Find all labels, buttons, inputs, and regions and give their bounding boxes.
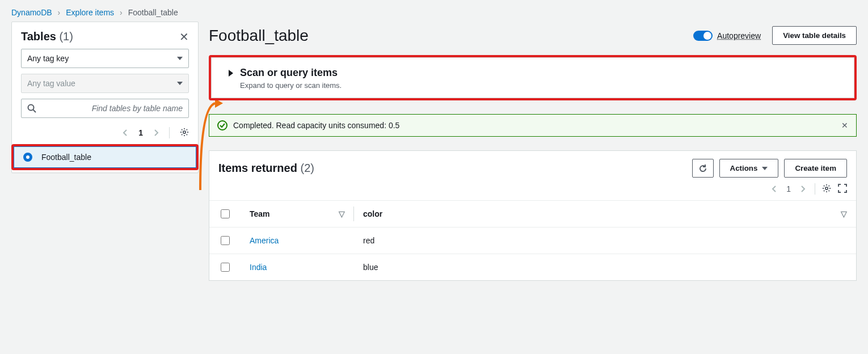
sort-icon[interactable]: ▽ — [339, 209, 345, 218]
items-page-number: 1 — [786, 184, 791, 193]
view-table-details-button[interactable]: View table details — [772, 26, 857, 45]
close-icon[interactable]: ✕ — [179, 31, 189, 43]
fullscreen-icon[interactable] — [838, 184, 847, 195]
item-link[interactable]: America — [250, 236, 279, 245]
tag-key-select[interactable]: Any tag key — [21, 49, 189, 68]
expand-right-icon[interactable] — [229, 70, 233, 77]
items-title: Items returned (2) — [218, 162, 314, 175]
refresh-icon — [698, 164, 707, 173]
caret-down-icon — [177, 82, 183, 85]
breadcrumb: DynamoDB › Explore items › Football_tabl… — [0, 0, 868, 22]
sort-icon[interactable]: ▽ — [841, 209, 847, 218]
toggle-on-icon[interactable] — [693, 31, 713, 41]
tables-title: Tables (1) — [21, 30, 73, 43]
items-table: Team ▽ color ▽ America red — [209, 200, 856, 280]
actions-dropdown[interactable]: Actions — [719, 159, 779, 178]
radio-selected-icon[interactable] — [23, 153, 32, 162]
next-page-icon[interactable] — [798, 184, 808, 194]
gear-icon[interactable] — [822, 184, 831, 195]
svg-line-2 — [33, 110, 36, 113]
item-link[interactable]: India — [250, 263, 267, 272]
autopreview-label: Autopreview — [717, 31, 761, 40]
prev-page-icon[interactable] — [769, 184, 779, 194]
search-tables-input[interactable]: Find tables by table name — [21, 99, 189, 118]
column-header-team[interactable]: Team ▽ — [241, 201, 354, 227]
svg-point-1 — [28, 105, 34, 111]
table-list-item[interactable]: Football_table — [14, 146, 196, 168]
next-page-icon[interactable] — [151, 128, 161, 138]
breadcrumb-root[interactable]: DynamoDB — [11, 8, 52, 17]
success-alert: Completed. Read capacity units consumed:… — [209, 114, 857, 137]
scan-subtitle: Expand to query or scan items. — [240, 81, 342, 90]
row-checkbox[interactable] — [221, 236, 230, 245]
page-number: 1 — [138, 128, 143, 137]
row-checkbox[interactable] — [221, 263, 230, 272]
alert-text: Completed. Read capacity units consumed:… — [233, 121, 399, 130]
prev-page-icon[interactable] — [120, 128, 130, 138]
autopreview-toggle[interactable]: Autopreview — [693, 31, 761, 41]
cell-color: red — [354, 227, 856, 254]
caret-down-icon — [177, 57, 183, 60]
page-title: Football_table — [209, 27, 309, 45]
tag-value-select: Any tag value — [21, 74, 189, 93]
caret-down-icon — [762, 167, 768, 170]
search-placeholder: Find tables by table name — [92, 104, 183, 113]
search-icon — [27, 104, 36, 113]
breadcrumb-current: Football_table — [128, 8, 178, 17]
scan-title: Scan or query items — [240, 67, 342, 79]
tables-sidebar: Tables (1) ✕ Any tag key Any tag value F… — [11, 22, 199, 173]
scan-query-panel[interactable]: Scan or query items Expand to query or s… — [209, 55, 857, 100]
cell-color: blue — [354, 254, 856, 281]
svg-point-4 — [218, 121, 227, 130]
gear-icon[interactable] — [180, 128, 189, 138]
svg-point-5 — [825, 187, 828, 189]
svg-point-3 — [183, 130, 186, 133]
breadcrumb-explore-items[interactable]: Explore items — [66, 8, 114, 17]
column-header-color[interactable]: color ▽ — [354, 201, 856, 227]
chevron-right-icon: › — [58, 8, 61, 17]
table-name: Football_table — [41, 153, 91, 162]
chevron-right-icon: › — [120, 8, 123, 17]
create-item-button[interactable]: Create item — [784, 159, 847, 178]
table-row: India blue — [209, 254, 856, 281]
success-check-icon — [217, 120, 227, 130]
select-all-checkbox[interactable] — [221, 209, 230, 218]
table-row: America red — [209, 227, 856, 254]
highlighted-table-row: Football_table — [11, 144, 199, 170]
close-icon[interactable]: ✕ — [841, 121, 848, 130]
refresh-button[interactable] — [692, 159, 714, 178]
items-returned-panel: Items returned (2) Actions Create item 1 — [209, 150, 857, 281]
